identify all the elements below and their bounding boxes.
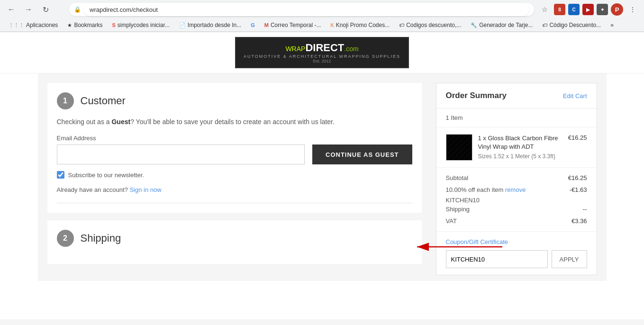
apps-icon: ⋮⋮⋮	[9, 22, 24, 28]
product-thumbnail	[446, 134, 472, 161]
vat-label: VAT	[446, 217, 457, 225]
continue-as-guest-button[interactable]: CONTINUE AS GUEST	[312, 144, 412, 164]
ext-icon-4[interactable]: ✦	[597, 4, 608, 15]
address-bar-container[interactable]: 🔒	[69, 3, 534, 16]
back-button[interactable]: ←	[5, 3, 18, 16]
secure-icon: 🔒	[74, 6, 81, 13]
user-avatar[interactable]: P	[611, 3, 623, 16]
item-count: 1 Item	[436, 108, 597, 127]
order-item: 1 x Gloss Black Carbon Fibre Vinyl Wrap …	[436, 127, 597, 168]
order-summary-panel: Order Summary Edit Cart 1 Item 1 x Gloss…	[436, 83, 597, 271]
customer-section: 1 Customer Checking out as a Guest? You'…	[47, 83, 422, 213]
browser-toolbar: ← → ↻ 🔒 ☆ 8 C ▶ ✦ P ⋮	[0, 0, 644, 19]
discount-value: -€1.63	[570, 186, 587, 193]
sign-in-link[interactable]: Sign in now	[129, 186, 161, 193]
bookmark-more[interactable]: »	[607, 21, 617, 29]
step2-number: 2	[57, 230, 74, 247]
logo-container: WRAP DIRECT.com AUTOMOTIVE & ARCHITECTUR…	[235, 37, 409, 68]
discount-text: 10.00% off each item remove	[446, 186, 526, 193]
order-summary-title: Order Summary	[446, 91, 507, 100]
m-icon: M	[264, 22, 269, 28]
vat-row: VAT €3.36	[446, 217, 587, 225]
guest-bold: Guest	[111, 118, 130, 126]
discount-code-display: KITCHEN10	[446, 196, 587, 204]
email-form-row: Email Address CONTINUE AS GUEST	[57, 135, 412, 164]
shipping-row: Shipping --	[446, 206, 587, 213]
tag-icon-1: 🏷	[399, 22, 404, 28]
totals-section: Subtotal €16.25 10.00% off each item rem…	[436, 168, 597, 232]
edit-cart-link[interactable]: Edit Cart	[563, 92, 587, 99]
discount-remove-link[interactable]: remove	[505, 186, 526, 193]
logo-wrap-text: WRAP	[285, 45, 305, 53]
newsletter-checkbox[interactable]	[57, 171, 64, 179]
s-icon: S	[112, 22, 115, 28]
product-name: 1 x Gloss Black Carbon Fibre Vinyl Wrap …	[478, 134, 562, 151]
bookmark-g[interactable]: G	[247, 21, 259, 29]
product-price: €16.25	[568, 134, 587, 141]
order-summary-header: Order Summary Edit Cart	[436, 83, 597, 108]
bookmark-generador[interactable]: 🔧 Generador de Tarje...	[467, 21, 536, 29]
address-input[interactable]	[84, 3, 529, 16]
bookmarks-bar: ⋮⋮⋮ Aplicaciones ★ Bookmarks S simplycod…	[0, 19, 644, 32]
sign-in-text: Already have an account? Sign in now	[57, 186, 412, 193]
subtotal-value: €16.25	[568, 174, 587, 181]
shipping-section-header: 2 Shipping	[57, 230, 412, 247]
bookmark-knoji[interactable]: K Knoji Promo Codes...	[327, 21, 393, 29]
g-icon: G	[251, 22, 255, 28]
step1-number: 1	[57, 92, 74, 109]
vat-value: €3.36	[571, 217, 587, 225]
bookmark-bookmarks[interactable]: ★ Bookmarks	[63, 21, 106, 29]
guest-description: Checking out as a Guest? You'll be able …	[57, 117, 412, 127]
newsletter-label: Subscribe to our newsletter.	[68, 172, 144, 179]
step1-title: Customer	[81, 95, 126, 107]
main-container: 1 Customer Checking out as a Guest? You'…	[38, 73, 607, 281]
page-content: WRAP DIRECT.com AUTOMOTIVE & ARCHITECTUR…	[0, 32, 644, 319]
bookmark-correo[interactable]: M Correo Temporal -...	[261, 21, 325, 29]
shipping-label: Shipping	[446, 206, 470, 213]
bookmark-aplicaciones[interactable]: ⋮⋮⋮ Aplicaciones	[5, 21, 62, 29]
checkout-form: 1 Customer Checking out as a Guest? You'…	[47, 83, 422, 271]
ext-icon-2[interactable]: C	[568, 4, 580, 15]
tool-icon: 🔧	[471, 22, 477, 28]
import-icon: 📄	[179, 22, 186, 28]
forward-button[interactable]: →	[22, 3, 35, 16]
product-size: Sizes 1.52 x 1 Meter (5 x 3.3ft)	[478, 153, 562, 160]
step2-title: Shipping	[81, 232, 121, 244]
toolbar-icons: ☆ 8 C ▶ ✦ P ⋮	[538, 3, 639, 16]
logo-est: Est. 2012	[313, 59, 331, 63]
arrow-svg	[408, 237, 512, 256]
ext-icon-3[interactable]: ▶	[582, 4, 594, 15]
subtotal-label: Subtotal	[446, 174, 469, 181]
star-button[interactable]: ☆	[538, 3, 551, 16]
newsletter-row: Subscribe to our newsletter.	[57, 171, 412, 179]
product-info: 1 x Gloss Black Carbon Fibre Vinyl Wrap …	[478, 134, 562, 160]
k-icon: K	[330, 22, 334, 28]
bookmark-simplycodes[interactable]: S simplycodes iniciar...	[108, 21, 173, 29]
email-input[interactable]	[57, 144, 305, 164]
bookmark-codigos[interactable]: 🏷 Codigos descuento,...	[395, 21, 465, 29]
shipping-section: 2 Shipping	[47, 220, 422, 264]
section-divider	[57, 203, 412, 203]
email-form-group: Email Address	[57, 135, 305, 164]
browser-chrome: ← → ↻ 🔒 ☆ 8 C ▶ ✦ P ⋮ ⋮⋮⋮ Aplicaciones ★…	[0, 0, 644, 32]
refresh-button[interactable]: ↻	[39, 3, 52, 16]
email-label: Email Address	[57, 135, 305, 142]
subtotal-row: Subtotal €16.25	[446, 174, 587, 181]
star-bm-icon: ★	[67, 22, 72, 28]
shipping-value: --	[583, 206, 587, 213]
logo-main: WRAP DIRECT.com	[285, 42, 358, 54]
logo-subtitle: AUTOMOTIVE & ARCHITECTURAL WRAPPING SUPP…	[244, 54, 400, 59]
ext-icon-1[interactable]: 8	[554, 4, 565, 15]
bookmark-codigo-descuento[interactable]: 🏷 Código Descuento...	[538, 21, 605, 29]
menu-button[interactable]: ⋮	[626, 3, 639, 16]
site-header: WRAP DIRECT.com AUTOMOTIVE & ARCHITECTUR…	[0, 32, 644, 73]
arrow-annotation	[408, 237, 597, 258]
customer-section-header: 1 Customer	[57, 92, 412, 109]
tag-icon-2: 🏷	[542, 22, 547, 28]
logo-direct-text: DIRECT.com	[305, 42, 358, 54]
discount-row: 10.00% off each item remove -€1.63 KITCH…	[446, 186, 587, 204]
bookmark-importado[interactable]: 📄 Importado desde In...	[175, 21, 245, 29]
